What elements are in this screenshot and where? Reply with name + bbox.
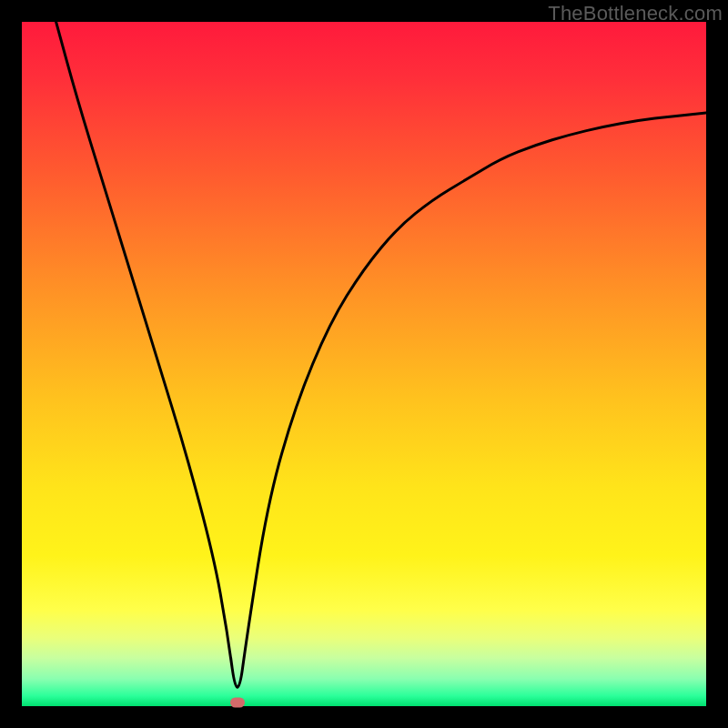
bottleneck-curve: [22, 22, 706, 706]
minimum-marker: [230, 698, 245, 708]
watermark-text: TheBottleneck.com: [548, 2, 723, 25]
chart-frame: [22, 22, 706, 706]
